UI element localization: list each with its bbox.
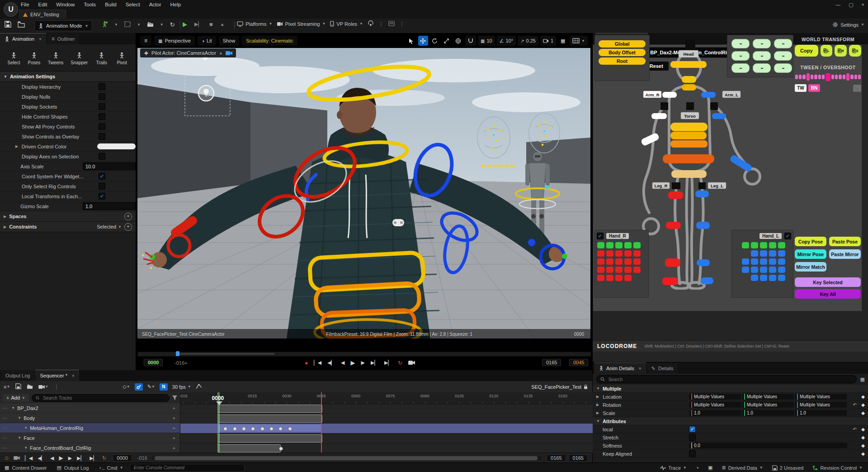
section-block[interactable] — [218, 415, 322, 423]
grid-snap-control[interactable]: ▦ 10 — [478, 36, 495, 46]
keyframe-diamond-icon[interactable]: ◆ — [861, 435, 865, 440]
checkbox[interactable] — [99, 113, 105, 120]
tool-tweens[interactable]: Tweens — [45, 48, 66, 69]
hand-r-cell[interactable] — [615, 242, 623, 248]
pixel-streaming-dropdown[interactable]: Pixel Streaming ▼ — [277, 21, 326, 27]
step-back-button[interactable]: ◀ — [50, 455, 54, 461]
grid-toggle[interactable]: ▦ — [558, 36, 568, 46]
spaces-row[interactable]: ▶ Spaces + — [0, 211, 136, 222]
cinematics-button[interactable] — [147, 21, 154, 28]
tween-step[interactable] — [799, 75, 802, 79]
hand-r-cell[interactable] — [624, 250, 632, 257]
checkbox[interactable]: ✓ — [99, 173, 105, 180]
hand-r-cell[interactable] — [615, 267, 623, 273]
location-y-field[interactable]: Multiple Values — [742, 394, 794, 400]
ctrl-neck-1[interactable] — [682, 76, 696, 83]
ctrl-shoulder-l[interactable] — [710, 102, 718, 110]
tween-step[interactable] — [831, 75, 834, 79]
camera-cut-toggle[interactable] — [14, 456, 20, 460]
hand-r-cell[interactable] — [597, 242, 604, 248]
playhead-handle[interactable] — [216, 401, 222, 405]
filter-icon[interactable] — [172, 396, 177, 400]
key-all-button[interactable]: Key All — [795, 289, 861, 299]
track-row-bp_dax2[interactable]: ●●▼BP_Dax2+ — [0, 403, 180, 413]
camera-speed-control[interactable]: 1 — [540, 36, 556, 46]
insights-icon[interactable]: ▣ — [708, 465, 712, 471]
viewport-options-button[interactable]: ≡ — [140, 36, 151, 46]
chevron-down-icon[interactable]: ▼ — [160, 23, 164, 27]
prev-key-button[interactable]: ◀▏ — [327, 360, 335, 366]
hand-r-cell[interactable] — [633, 258, 641, 265]
tab-outliner[interactable]: ≡ Outliner — [47, 33, 80, 44]
track-lane-face_controlboard_ctrlrig[interactable] — [180, 443, 593, 453]
derived-data-dropdown[interactable]: ≣ Derived Data ▼ — [722, 465, 763, 471]
tween-step[interactable] — [826, 73, 830, 81]
checkbox[interactable] — [99, 103, 105, 110]
tween-step[interactable] — [839, 75, 841, 79]
rotation-x-field[interactable]: Multiple Values — [689, 402, 741, 408]
track-row-face[interactable]: ●●▼Face+ — [0, 433, 180, 443]
section-animation-settings[interactable]: ▼ Animation Settings — [0, 71, 136, 82]
ctrl-foot-l[interactable] — [701, 277, 713, 284]
stop-piloting-icon[interactable]: ▲ — [219, 51, 223, 55]
sequence-name-label[interactable]: SEQ_FacePicker_Test — [531, 384, 581, 390]
to-end-button[interactable]: ▶▏ — [384, 360, 392, 366]
ctrl-head-top[interactable] — [685, 40, 695, 50]
hand-r-cell[interactable] — [606, 242, 613, 248]
keyframe-dot[interactable] — [260, 427, 264, 431]
add-track-button[interactable]: + Add ▼ — [3, 394, 29, 402]
hand-r-cell[interactable] — [606, 250, 613, 257]
ctrl-ankle-l[interactable] — [697, 259, 710, 266]
chevron-down-icon[interactable]: ▼ — [24, 426, 28, 430]
more-options-icon[interactable]: ⋮ — [54, 384, 59, 390]
tween-step[interactable] — [843, 75, 845, 79]
chevron-right-icon[interactable]: ▶ — [593, 403, 599, 407]
ctrl-chest[interactable] — [686, 102, 694, 110]
label-leg-r[interactable]: Leg_R — [654, 183, 667, 188]
constraints-filter-dropdown[interactable]: Selected ▼ — [97, 224, 122, 229]
edit-options-icon[interactable]: ✎▼ — [147, 384, 155, 390]
stop-button[interactable]: ■ — [209, 21, 213, 28]
next-key-button[interactable]: ▶▏ — [371, 360, 378, 366]
location-z-field[interactable]: Multiple Values — [795, 394, 847, 400]
ctrl-hips[interactable] — [663, 154, 714, 163]
step-forward-button[interactable]: ▶ — [68, 455, 72, 461]
checkbox[interactable]: ✓ — [99, 193, 105, 200]
hand-l-cell[interactable] — [769, 242, 776, 248]
ctrl-upperarm-r[interactable] — [651, 113, 667, 119]
platforms-dropdown[interactable]: Platforms ▼ — [237, 21, 272, 27]
fps-indicator-icon[interactable]: ◔ — [696, 465, 699, 471]
add-section-icon[interactable]: + — [173, 415, 180, 421]
keep-aligned-checkbox[interactable] — [689, 450, 696, 457]
tween-step[interactable] — [807, 73, 810, 81]
track-row-face_controlboard_ctrlrig[interactable]: ●●▼Face_ControlBoard_CtrlRig+ — [0, 443, 180, 453]
chevron-right-icon[interactable]: ▶ — [593, 411, 599, 415]
tween-step[interactable] — [795, 75, 798, 79]
rotation-z-field[interactable]: Multiple Values — [795, 402, 847, 408]
ctrl-spine-1[interactable] — [670, 140, 708, 148]
color-swatch[interactable] — [97, 143, 136, 149]
hand-r-cell[interactable] — [597, 258, 604, 265]
rewind-icon[interactable]: ↻ — [170, 21, 175, 28]
keyframe-dot[interactable] — [242, 427, 246, 431]
copy-transform-button[interactable]: Copy — [795, 45, 818, 57]
snap-toggle[interactable]: N — [160, 383, 168, 391]
track-toggles[interactable]: ●● — [3, 437, 8, 439]
record-button[interactable]: ● — [305, 360, 308, 366]
chevron-right-icon[interactable]: ▶ — [593, 395, 599, 399]
paste-rotation-button[interactable]: ⎘R — [835, 45, 847, 57]
copy-pose-button[interactable]: Copy Pose — [795, 237, 826, 246]
hand-l-cell[interactable] — [742, 242, 749, 248]
save-icon[interactable] — [5, 21, 11, 29]
tween-step[interactable] — [854, 75, 857, 79]
menu-item-help[interactable]: Help — [170, 2, 181, 7]
maximize-viewport-button[interactable]: ▼ — [570, 36, 588, 46]
add-space-button[interactable]: + — [124, 213, 132, 220]
tab-anim-details[interactable]: Anim Details × — [594, 362, 646, 374]
details-search[interactable] — [596, 375, 857, 383]
rotation-y-field[interactable]: Multiple Values — [742, 402, 794, 408]
menu-item-tools[interactable]: Tools — [84, 2, 96, 7]
checkbox[interactable] — [99, 133, 105, 140]
view-end-field[interactable]: 0165 — [547, 454, 566, 462]
chevron-down-icon[interactable]: ▼ — [137, 23, 141, 27]
